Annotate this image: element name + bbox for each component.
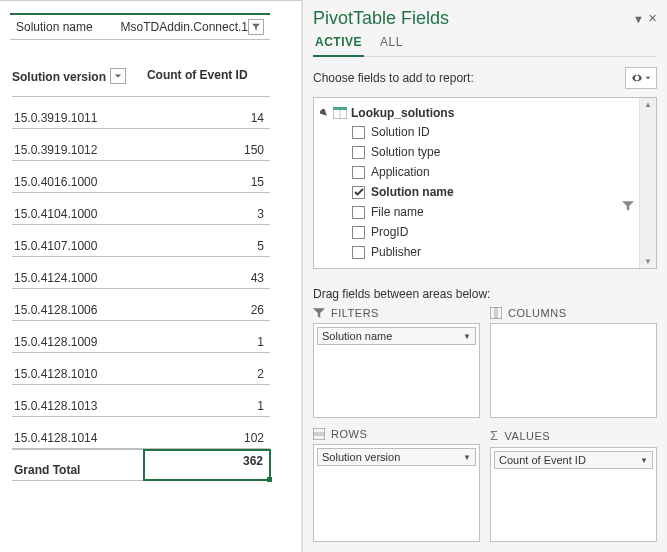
row-version[interactable]: 15.0.4128.1014 [12,428,145,448]
row-version[interactable]: 15.0.4124.1000 [12,268,145,288]
pane-close-icon[interactable]: ✕ [648,12,657,25]
filter-value-text: MsoTDAddin.Connect.1 [121,20,248,34]
filters-area: FILTERS Solution name▼ [313,307,480,418]
chip-count-event-id[interactable]: Count of Event ID▼ [494,451,653,469]
checkbox-checked[interactable] [352,186,365,199]
row-count[interactable]: 1 [145,332,270,352]
row-count[interactable]: 102 [145,428,270,448]
rows-drop[interactable]: Solution version▼ [313,444,480,542]
row-count[interactable]: 43 [145,268,270,288]
field-item[interactable]: ProgID [320,222,656,242]
scroll-down-icon[interactable]: ▼ [642,255,654,268]
tab-active[interactable]: ACTIVE [313,33,364,57]
table-row: 15.0.3919.101114 [12,97,270,129]
columns-drop[interactable] [490,323,657,418]
rows-icon [313,428,325,440]
row-count[interactable]: 2 [145,364,270,384]
chip-solution-name[interactable]: Solution name▼ [317,327,476,345]
chip-solution-version[interactable]: Solution version▼ [317,448,476,466]
row-version[interactable]: 15.0.4128.1006 [12,300,145,320]
field-filter-icon[interactable] [622,200,634,215]
table-row: 15.0.4128.10131 [12,385,270,417]
field-item[interactable]: Solution name [320,182,656,202]
chevron-down-icon [114,72,122,80]
row-version[interactable]: 15.0.4128.1010 [12,364,145,384]
field-label: Solution name [371,185,454,199]
row-labels-dropdown[interactable] [110,68,126,84]
row-version[interactable]: 15.0.3919.1012 [12,140,145,160]
field-label: ProgID [371,225,408,239]
row-count[interactable]: 26 [145,300,270,320]
funnel-icon [313,307,325,319]
table-row: 15.0.4128.1014102 [12,417,270,449]
svg-rect-4 [494,307,498,319]
field-label: Application [371,165,430,179]
field-item[interactable]: Solution ID [320,122,656,142]
field-item[interactable]: Application [320,162,656,182]
filter-dropdown-button[interactable] [248,19,264,35]
row-count[interactable]: 3 [145,204,270,224]
pivottable-fields-pane: PivotTable Fields ▼ ✕ ACTIVE ALL Choose … [302,0,667,552]
row-version[interactable]: 15.0.4128.1013 [12,396,145,416]
grand-total-cell[interactable]: 362 [143,449,271,481]
table-row: 15.0.4128.100626 [12,289,270,321]
scroll-up-icon[interactable]: ▲ [642,98,654,111]
checkbox-unchecked[interactable] [352,166,365,179]
field-label: Publisher [371,245,421,259]
table-row: 15.0.4128.10091 [12,321,270,353]
chip-label: Solution name [322,330,392,342]
values-drop[interactable]: Count of Event ID▼ [490,447,657,542]
table-icon [333,107,347,119]
row-version[interactable]: 15.0.4107.1000 [12,236,145,256]
sigma-icon: Σ [490,428,499,443]
filters-label: FILTERS [331,307,379,319]
pane-dropdown-icon[interactable]: ▼ [633,13,644,25]
values-header: Count of Event ID [147,64,270,96]
svg-rect-6 [313,432,325,436]
row-labels-text: Solution version [12,70,106,84]
chevron-down-icon: ▼ [640,456,648,465]
row-version[interactable]: 15.0.3919.1011 [12,108,145,128]
chip-label: Count of Event ID [499,454,586,466]
field-scrollbar[interactable]: ▲ ▼ [639,98,656,268]
grand-total-label: Grand Total [12,460,143,480]
columns-area: COLUMNS [490,307,657,418]
chevron-down-icon [645,75,651,81]
row-labels-header: Solution version [12,64,147,96]
funnel-icon [622,200,634,212]
chevron-down-icon: ▼ [463,453,471,462]
row-count[interactable]: 5 [145,236,270,256]
row-version[interactable]: 15.0.4104.1000 [12,204,145,224]
field-item[interactable]: File name [320,202,656,222]
filter-value-cell: MsoTDAddin.Connect.1 [115,15,270,39]
row-count[interactable]: 14 [145,108,270,128]
row-version[interactable]: 15.0.4128.1009 [12,332,145,352]
tab-all[interactable]: ALL [378,33,405,56]
columns-label: COLUMNS [508,307,567,319]
field-item[interactable]: Solution type [320,142,656,162]
field-label: File name [371,205,424,219]
row-version[interactable]: 15.0.4016.1000 [12,172,145,192]
table-row: 15.0.4016.100015 [12,161,270,193]
field-label: Solution type [371,145,440,159]
row-count[interactable]: 150 [145,140,270,160]
field-item[interactable]: Publisher [320,242,656,262]
checkbox-unchecked[interactable] [352,206,365,219]
filters-drop[interactable]: Solution name▼ [313,323,480,418]
table-node-label: Lookup_solutions [351,106,454,120]
checkbox-unchecked[interactable] [352,226,365,239]
checkbox-unchecked[interactable] [352,246,365,259]
pivot-table: Solution version Count of Event ID 15.0.… [12,64,270,481]
chip-label: Solution version [322,451,400,463]
row-count[interactable]: 1 [145,396,270,416]
values-area: Σ VALUES Count of Event ID▼ [490,428,657,542]
pivot-headers: Solution version Count of Event ID [12,64,270,97]
checkbox-unchecked[interactable] [352,126,365,139]
checkbox-unchecked[interactable] [352,146,365,159]
filter-field-label: Solution name [10,16,115,38]
table-node[interactable]: Lookup_solutions [320,104,656,122]
drag-areas-label: Drag fields between areas below: [313,287,657,301]
row-count[interactable]: 15 [145,172,270,192]
tools-button[interactable] [625,67,657,89]
rows-area: ROWS Solution version▼ [313,428,480,542]
